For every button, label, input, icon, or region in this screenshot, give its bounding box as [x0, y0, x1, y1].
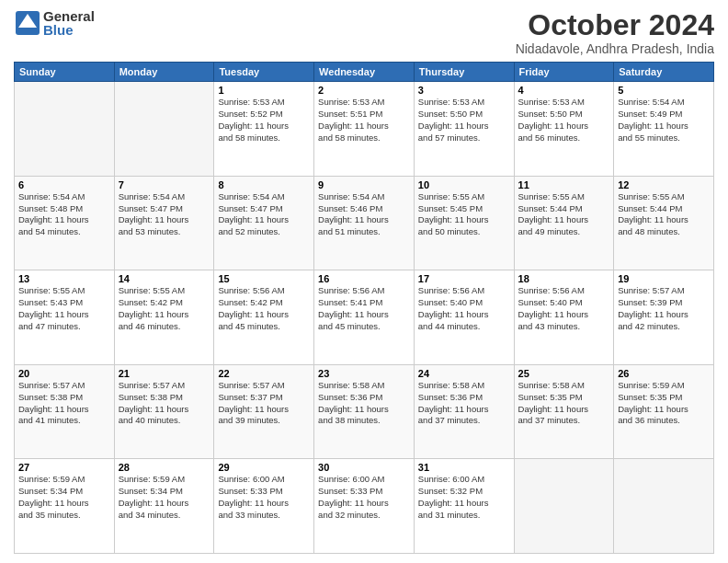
- day-info: Sunrise: 5:58 AM Sunset: 5:36 PM Dayligh…: [418, 380, 510, 427]
- calendar-cell: 23Sunrise: 5:58 AM Sunset: 5:36 PM Dayli…: [314, 364, 415, 459]
- calendar-cell: 18Sunrise: 5:56 AM Sunset: 5:40 PM Dayli…: [514, 270, 614, 365]
- location: Nidadavole, Andhra Pradesh, India: [516, 41, 714, 56]
- day-number: 5: [618, 85, 710, 96]
- day-number: 29: [218, 462, 310, 473]
- day-info: Sunrise: 5:59 AM Sunset: 5:34 PM Dayligh…: [18, 474, 110, 521]
- calendar-cell: 16Sunrise: 5:56 AM Sunset: 5:41 PM Dayli…: [314, 270, 415, 365]
- weekday-header-sunday: Sunday: [15, 63, 115, 82]
- month-title: October 2024: [516, 9, 714, 41]
- calendar-cell: 25Sunrise: 5:58 AM Sunset: 5:35 PM Dayli…: [514, 364, 614, 459]
- day-info: Sunrise: 6:00 AM Sunset: 5:33 PM Dayligh…: [218, 474, 310, 521]
- day-number: 6: [18, 179, 110, 190]
- day-info: Sunrise: 5:57 AM Sunset: 5:38 PM Dayligh…: [119, 380, 210, 427]
- day-info: Sunrise: 5:58 AM Sunset: 5:35 PM Dayligh…: [518, 380, 610, 427]
- calendar-cell: 12Sunrise: 5:55 AM Sunset: 5:44 PM Dayli…: [614, 176, 714, 270]
- day-number: 24: [418, 368, 510, 379]
- weekday-header-row: SundayMondayTuesdayWednesdayThursdayFrid…: [15, 63, 714, 82]
- day-info: Sunrise: 5:56 AM Sunset: 5:40 PM Dayligh…: [518, 285, 610, 332]
- weekday-header-wednesday: Wednesday: [314, 63, 415, 82]
- calendar-cell: 28Sunrise: 5:59 AM Sunset: 5:34 PM Dayli…: [114, 459, 214, 554]
- week-row-3: 20Sunrise: 5:57 AM Sunset: 5:38 PM Dayli…: [15, 364, 714, 459]
- day-number: 22: [218, 368, 310, 379]
- weekday-header-saturday: Saturday: [614, 63, 714, 82]
- calendar-cell: 1Sunrise: 5:53 AM Sunset: 5:52 PM Daylig…: [214, 82, 314, 177]
- day-info: Sunrise: 5:53 AM Sunset: 5:50 PM Dayligh…: [518, 97, 610, 144]
- weekday-header-friday: Friday: [514, 63, 614, 82]
- day-number: 30: [318, 462, 410, 473]
- day-number: 13: [18, 273, 110, 284]
- week-row-0: 1Sunrise: 5:53 AM Sunset: 5:52 PM Daylig…: [15, 82, 714, 177]
- day-info: Sunrise: 5:59 AM Sunset: 5:35 PM Dayligh…: [618, 380, 710, 427]
- logo-blue: Blue: [43, 23, 95, 37]
- day-info: Sunrise: 5:58 AM Sunset: 5:36 PM Dayligh…: [318, 380, 410, 427]
- day-info: Sunrise: 6:00 AM Sunset: 5:33 PM Dayligh…: [318, 474, 410, 521]
- day-number: 9: [318, 179, 410, 190]
- day-number: 18: [518, 273, 610, 284]
- day-number: 31: [418, 462, 510, 473]
- week-row-1: 6Sunrise: 5:54 AM Sunset: 5:48 PM Daylig…: [15, 176, 714, 270]
- calendar-cell: 7Sunrise: 5:54 AM Sunset: 5:47 PM Daylig…: [114, 176, 214, 270]
- day-info: Sunrise: 5:56 AM Sunset: 5:41 PM Dayligh…: [318, 285, 410, 332]
- weekday-header-monday: Monday: [114, 63, 214, 82]
- day-info: Sunrise: 5:55 AM Sunset: 5:44 PM Dayligh…: [518, 191, 610, 238]
- day-info: Sunrise: 5:55 AM Sunset: 5:45 PM Dayligh…: [418, 191, 510, 238]
- calendar-cell: 22Sunrise: 5:57 AM Sunset: 5:37 PM Dayli…: [214, 364, 314, 459]
- day-info: Sunrise: 5:54 AM Sunset: 5:47 PM Dayligh…: [119, 191, 210, 238]
- calendar-cell: [114, 82, 214, 177]
- calendar-cell: 17Sunrise: 5:56 AM Sunset: 5:40 PM Dayli…: [414, 270, 514, 365]
- day-number: 2: [318, 85, 410, 96]
- day-info: Sunrise: 5:57 AM Sunset: 5:37 PM Dayligh…: [218, 380, 310, 427]
- calendar-cell: 30Sunrise: 6:00 AM Sunset: 5:33 PM Dayli…: [314, 459, 415, 554]
- calendar-cell: [514, 459, 614, 554]
- day-number: 15: [218, 273, 310, 284]
- day-number: 21: [119, 368, 210, 379]
- day-number: 20: [18, 368, 110, 379]
- day-info: Sunrise: 5:57 AM Sunset: 5:39 PM Dayligh…: [618, 285, 710, 332]
- calendar-cell: 15Sunrise: 5:56 AM Sunset: 5:42 PM Dayli…: [214, 270, 314, 365]
- day-number: 19: [618, 273, 710, 284]
- day-info: Sunrise: 5:54 AM Sunset: 5:49 PM Dayligh…: [618, 97, 710, 144]
- day-info: Sunrise: 5:55 AM Sunset: 5:42 PM Dayligh…: [119, 285, 210, 332]
- day-number: 11: [518, 179, 610, 190]
- day-number: 8: [218, 179, 310, 190]
- day-number: 4: [518, 85, 610, 96]
- logo: General Blue: [14, 9, 95, 37]
- calendar-cell: 6Sunrise: 5:54 AM Sunset: 5:48 PM Daylig…: [15, 176, 115, 270]
- day-number: 12: [618, 179, 710, 190]
- day-number: 25: [518, 368, 610, 379]
- title-area: October 2024 Nidadavole, Andhra Pradesh,…: [516, 9, 714, 56]
- day-number: 17: [418, 273, 510, 284]
- logo-icon: [14, 9, 41, 37]
- day-info: Sunrise: 5:53 AM Sunset: 5:50 PM Dayligh…: [418, 97, 510, 144]
- day-number: 10: [418, 179, 510, 190]
- calendar-cell: 29Sunrise: 6:00 AM Sunset: 5:33 PM Dayli…: [214, 459, 314, 554]
- calendar-cell: 13Sunrise: 5:55 AM Sunset: 5:43 PM Dayli…: [15, 270, 115, 365]
- weekday-header-thursday: Thursday: [414, 63, 514, 82]
- day-info: Sunrise: 5:55 AM Sunset: 5:43 PM Dayligh…: [18, 285, 110, 332]
- calendar-cell: 26Sunrise: 5:59 AM Sunset: 5:35 PM Dayli…: [614, 364, 714, 459]
- day-info: Sunrise: 5:57 AM Sunset: 5:38 PM Dayligh…: [18, 380, 110, 427]
- calendar-cell: [614, 459, 714, 554]
- day-info: Sunrise: 5:59 AM Sunset: 5:34 PM Dayligh…: [119, 474, 210, 521]
- day-number: 23: [318, 368, 410, 379]
- week-row-2: 13Sunrise: 5:55 AM Sunset: 5:43 PM Dayli…: [15, 270, 714, 365]
- day-info: Sunrise: 5:55 AM Sunset: 5:44 PM Dayligh…: [618, 191, 710, 238]
- calendar-cell: 5Sunrise: 5:54 AM Sunset: 5:49 PM Daylig…: [614, 82, 714, 177]
- day-info: Sunrise: 6:00 AM Sunset: 5:32 PM Dayligh…: [418, 474, 510, 521]
- day-info: Sunrise: 5:54 AM Sunset: 5:48 PM Dayligh…: [18, 191, 110, 238]
- weekday-header-tuesday: Tuesday: [214, 63, 314, 82]
- day-number: 3: [418, 85, 510, 96]
- day-number: 16: [318, 273, 410, 284]
- calendar-cell: 27Sunrise: 5:59 AM Sunset: 5:34 PM Dayli…: [15, 459, 115, 554]
- day-number: 27: [18, 462, 110, 473]
- day-number: 7: [119, 179, 210, 190]
- logo-general: General: [43, 9, 95, 23]
- calendar-cell: 21Sunrise: 5:57 AM Sunset: 5:38 PM Dayli…: [114, 364, 214, 459]
- calendar-cell: 4Sunrise: 5:53 AM Sunset: 5:50 PM Daylig…: [514, 82, 614, 177]
- calendar-cell: 10Sunrise: 5:55 AM Sunset: 5:45 PM Dayli…: [414, 176, 514, 270]
- day-number: 28: [119, 462, 210, 473]
- calendar-cell: 24Sunrise: 5:58 AM Sunset: 5:36 PM Dayli…: [414, 364, 514, 459]
- page: General Blue October 2024 Nidadavole, An…: [0, 0, 728, 563]
- calendar-cell: 3Sunrise: 5:53 AM Sunset: 5:50 PM Daylig…: [414, 82, 514, 177]
- day-number: 1: [218, 85, 310, 96]
